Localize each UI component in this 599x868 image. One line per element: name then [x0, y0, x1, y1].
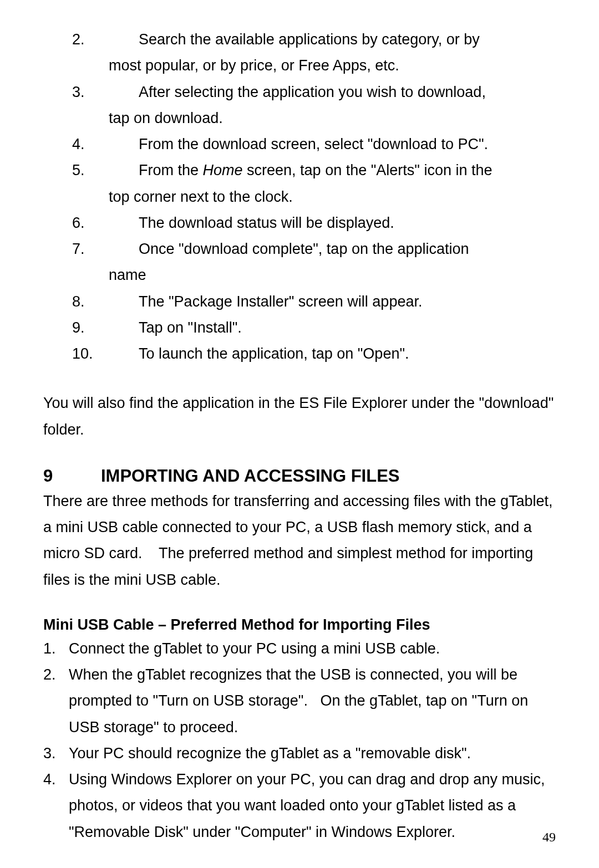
item-text: Once "download complete", tap on the app…	[139, 236, 556, 262]
item-text: From the download screen, select "downlo…	[139, 131, 556, 157]
item-text: To launch the application, tap on "Open"…	[139, 341, 556, 367]
list-item: 7. Once "download complete", tap on the …	[72, 236, 556, 262]
list-item: 3. After selecting the application you w…	[72, 79, 556, 105]
page-number: 49	[542, 830, 556, 845]
item-number: 2.	[43, 662, 69, 741]
item-text: Using Windows Explorer on your PC, you c…	[69, 767, 556, 845]
item-number: 8.	[72, 289, 139, 315]
item-text: Connect the gTablet to your PC using a m…	[69, 636, 556, 662]
paragraph-note: You will also find the application in th…	[43, 390, 556, 443]
item-number: 6.	[72, 210, 139, 236]
item-number: 4.	[43, 767, 69, 845]
list-item: 1. Connect the gTablet to your PC using …	[43, 636, 556, 662]
section-heading: 9IMPORTING AND ACCESSING FILES	[43, 466, 556, 486]
list-item: 2. When the gTablet recognizes that the …	[43, 662, 556, 741]
list-item: 4. Using Windows Explorer on your PC, yo…	[43, 767, 556, 845]
list-item: 6. The download status will be displayed…	[72, 210, 556, 236]
ordered-list-1: 2. Search the available applications by …	[72, 27, 556, 367]
section-intro: There are three methods for transferring…	[43, 488, 556, 593]
list-item-continuation: tap on download.	[72, 105, 556, 131]
item-number: 5.	[72, 157, 139, 183]
item-continuation: name	[109, 262, 556, 288]
list-item-continuation: most popular, or by price, or Free Apps,…	[72, 53, 556, 79]
list-item: 3. Your PC should recognize the gTablet …	[43, 741, 556, 767]
item-text: Tap on "Install".	[139, 315, 556, 341]
item-number: 1.	[43, 636, 69, 662]
list-item-continuation: name	[72, 262, 556, 288]
list-item: 5. From the Home screen, tap on the "Ale…	[72, 157, 556, 183]
list-item: 8. The "Package Installer" screen will a…	[72, 289, 556, 315]
list-item: 10. To launch the application, tap on "O…	[72, 341, 556, 367]
item-text: The download status will be displayed.	[139, 210, 556, 236]
item-number: 3.	[43, 741, 69, 767]
item-number: 4.	[72, 131, 139, 157]
item-text: The "Package Installer" screen will appe…	[139, 289, 556, 315]
item-text: Your PC should recognize the gTablet as …	[69, 741, 556, 767]
item-text: From the Home screen, tap on the "Alerts…	[139, 157, 556, 183]
item-number: 9.	[72, 315, 139, 341]
item-text: When the gTablet recognizes that the USB…	[69, 662, 556, 741]
list-item-continuation: top corner next to the clock.	[72, 184, 556, 210]
section-number: 9	[43, 466, 101, 486]
item-number: 10.	[72, 341, 139, 367]
list-item: 4. From the download screen, select "dow…	[72, 131, 556, 157]
subsection-heading: Mini USB Cable – Preferred Method for Im…	[43, 616, 556, 634]
ordered-list-2: 1. Connect the gTablet to your PC using …	[43, 636, 556, 845]
item-number: 2.	[72, 27, 139, 53]
item-continuation: top corner next to the clock.	[109, 184, 556, 210]
list-item: 2. Search the available applications by …	[72, 27, 556, 53]
item-continuation: tap on download.	[109, 105, 556, 131]
item-number: 7.	[72, 236, 139, 262]
item-text: Search the available applications by cat…	[139, 27, 556, 53]
item-number: 3.	[72, 79, 139, 105]
item-text: After selecting the application you wish…	[139, 79, 556, 105]
section-title: IMPORTING AND ACCESSING FILES	[101, 466, 400, 486]
list-item: 9. Tap on "Install".	[72, 315, 556, 341]
item-continuation: most popular, or by price, or Free Apps,…	[109, 53, 556, 79]
